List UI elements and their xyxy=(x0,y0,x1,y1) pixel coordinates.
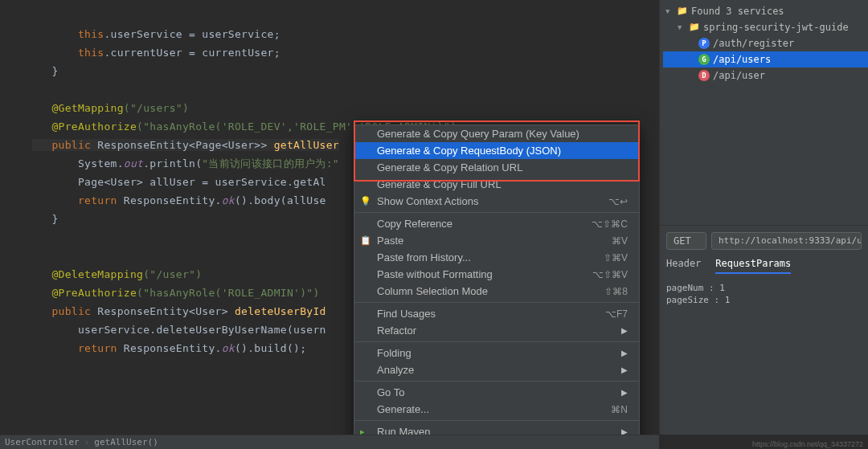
chevron-right-icon: ▶ xyxy=(621,349,628,357)
method-badge-get: G xyxy=(698,54,710,65)
side-panel: ▼📁Found 3 services ▼📁spring-security-jwt… xyxy=(659,0,868,435)
menu-generate-relation-url[interactable]: Generate & Copy Relation URL xyxy=(354,159,639,176)
tab-request-params[interactable]: RequestParams xyxy=(715,258,791,274)
context-menu: Generate & Copy Query Param (Key Value) … xyxy=(354,124,640,449)
menu-copy-reference[interactable]: Copy Reference⌥⇧⌘C xyxy=(354,215,639,232)
menu-refactor[interactable]: Refactor▶ xyxy=(354,322,639,339)
method-badge-post: P xyxy=(698,38,710,49)
menu-separator xyxy=(354,302,639,303)
endpoint-register[interactable]: P/auth/register xyxy=(663,35,868,51)
chevron-right-icon: ▶ xyxy=(621,365,628,374)
menu-folding[interactable]: Folding▶ xyxy=(354,345,639,361)
http-method-select[interactable]: GET xyxy=(666,232,706,250)
tree-root[interactable]: ▼📁Found 3 services xyxy=(663,3,868,19)
watermark: https://blog.csdn.net/qq_34337272 xyxy=(752,440,863,448)
menu-find-usages[interactable]: Find Usages⌥F7 xyxy=(354,305,639,322)
url-input[interactable]: http://localhost:9333/api/u xyxy=(711,232,862,250)
menu-generate-request-body[interactable]: Generate & Copy RequestBody (JSON) xyxy=(354,142,639,159)
menu-paste-no-format[interactable]: Paste without Formatting⌥⇧⌘V xyxy=(354,266,639,283)
tab-header[interactable]: Header xyxy=(666,258,701,274)
services-tree[interactable]: ▼📁Found 3 services ▼📁spring-security-jwt… xyxy=(660,0,868,225)
menu-generate-query-param[interactable]: Generate & Copy Query Param (Key Value) xyxy=(354,125,639,142)
menu-column-selection[interactable]: Column Selection Mode⇧⌘8 xyxy=(354,283,639,300)
params-body[interactable]: pageNum : 1 pageSize : 1 xyxy=(666,282,862,306)
endpoint-users[interactable]: G/api/users xyxy=(663,51,868,67)
chevron-right-icon: ▶ xyxy=(621,326,628,335)
menu-separator xyxy=(354,212,639,213)
menu-separator xyxy=(354,381,639,382)
menu-generate[interactable]: Generate...⌘N xyxy=(354,401,639,418)
bulb-icon: 💡 xyxy=(360,196,371,206)
endpoint-user[interactable]: D/api/user xyxy=(663,67,868,84)
menu-goto[interactable]: Go To▶ xyxy=(354,384,639,401)
clipboard-icon: 📋 xyxy=(360,235,371,246)
menu-generate-full-url[interactable]: Generate & Copy Full URL xyxy=(354,176,639,193)
menu-paste[interactable]: 📋Paste⌘V xyxy=(354,232,639,249)
menu-analyze[interactable]: Analyze▶ xyxy=(354,361,639,378)
chevron-right-icon: ▶ xyxy=(621,388,628,397)
request-panel: GET http://localhost:9333/api/u Header R… xyxy=(660,225,868,312)
method-badge-delete: D xyxy=(698,70,710,81)
tree-project[interactable]: ▼📁spring-security-jwt-guide xyxy=(663,19,868,35)
breadcrumb[interactable]: UserController›getAllUser() xyxy=(0,435,659,449)
menu-separator xyxy=(354,341,639,342)
menu-paste-history[interactable]: Paste from History...⇧⌘V xyxy=(354,249,639,266)
menu-separator xyxy=(354,420,639,421)
menu-show-context-actions[interactable]: 💡Show Context Actions⌥↩ xyxy=(354,193,639,210)
